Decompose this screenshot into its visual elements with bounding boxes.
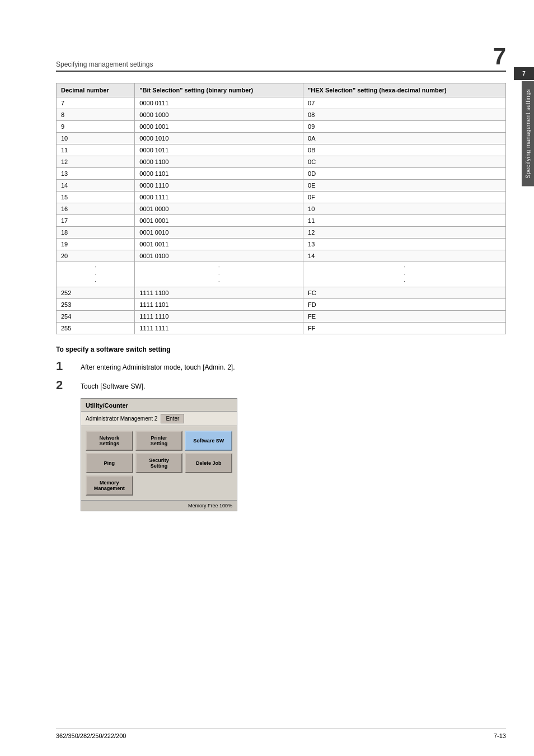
ui-footer-bar: Memory Free 100% xyxy=(81,500,237,511)
table-row: 170001 000111 xyxy=(57,215,506,227)
table-cell: 11 xyxy=(57,144,135,156)
table-cell: 13 xyxy=(303,239,506,250)
ui-button-0[interactable]: Network Settings xyxy=(86,431,133,451)
table-cell: 16 xyxy=(57,203,135,215)
table-cell: FE xyxy=(303,310,506,322)
col-header-hex: "HEX Selection" setting (hexa-decimal nu… xyxy=(303,83,506,97)
table-row: 200001 010014 xyxy=(57,250,506,262)
table-cell: 0001 0011 xyxy=(135,239,303,250)
table-cell: 15 xyxy=(57,192,135,203)
table-cell: 252 xyxy=(57,287,135,298)
ui-button-1[interactable]: Printer Setting xyxy=(135,431,183,451)
ui-button-6[interactable]: Memory Management xyxy=(86,475,133,496)
table-cell: 0000 1111 xyxy=(135,192,303,203)
table-row: 70000 011107 xyxy=(57,97,506,109)
table-cell: 8 xyxy=(57,109,135,121)
table-cell: 14 xyxy=(57,180,135,192)
table-cell: 255 xyxy=(57,322,135,334)
chapter-number: 7 xyxy=(522,71,526,77)
ui-button-5[interactable]: Delete Job xyxy=(185,453,232,473)
table-row: 140000 11100E xyxy=(57,180,506,192)
table-cell: 0D xyxy=(303,168,506,180)
table-cell: 0001 0100 xyxy=(135,250,303,262)
table-cell: 1111 1111 xyxy=(135,322,303,334)
table-cell: 11 xyxy=(303,215,506,227)
table-cell: 1111 1101 xyxy=(135,298,303,310)
table-cell: 10 xyxy=(57,133,135,144)
table-cell: 0001 0000 xyxy=(135,203,303,215)
table-row: 100000 10100A xyxy=(57,133,506,144)
step-1-text: After entering Administrator mode, touch… xyxy=(81,360,235,372)
step-2-text: Touch [Software SW]. xyxy=(81,379,145,391)
table-cell: 08 xyxy=(303,109,506,121)
table-cell: 07 xyxy=(303,97,506,109)
main-content: Specifying management settings 7 Decimal… xyxy=(56,0,506,511)
table-cell: 12 xyxy=(57,156,135,168)
table-row: 110000 10110B xyxy=(57,144,506,156)
data-table: Decimal number "Bit Selection" setting (… xyxy=(56,83,506,334)
table-cell: 253 xyxy=(57,298,135,310)
page-footer: 362/350/282/250/222/200 7-13 xyxy=(56,729,506,739)
step-2: 2 Touch [Software SW]. xyxy=(56,379,506,391)
table-row: 120000 11000C xyxy=(57,156,506,168)
table-cell: 1111 1100 xyxy=(135,287,303,298)
ui-enter-button[interactable]: Enter xyxy=(161,414,184,423)
table-cell: FD xyxy=(303,298,506,310)
ui-breadcrumb-text: Administrator Management 2 xyxy=(86,416,157,422)
table-cell: 0000 1110 xyxy=(135,180,303,192)
ui-button-3[interactable]: Ping xyxy=(86,453,133,473)
table-cell: 254 xyxy=(57,310,135,322)
table-cell: 0000 1001 xyxy=(135,121,303,133)
table-cell: 0E xyxy=(303,180,506,192)
ui-breadcrumb-bar: Administrator Management 2 Enter xyxy=(81,412,237,426)
ui-title-text: Utility/Counter xyxy=(86,402,128,409)
table-cell: 12 xyxy=(303,227,506,239)
table-cell: 1111 1110 xyxy=(135,310,303,322)
page-header-title: Specifying management settings xyxy=(56,60,153,68)
side-tab-label: Specifying management settings xyxy=(522,81,534,186)
table-cell: FF xyxy=(303,322,506,334)
ui-buttons-grid: Network SettingsPrinter SettingSoftware … xyxy=(81,426,237,500)
table-cell: 0001 0010 xyxy=(135,227,303,239)
table-cell: FC xyxy=(303,287,506,298)
table-cell: 0A xyxy=(303,133,506,144)
table-row: 180001 001012 xyxy=(57,227,506,239)
table-row: 150000 11110F xyxy=(57,192,506,203)
footer-model-numbers: 362/350/282/250/222/200 xyxy=(56,732,126,739)
table-cell: 20 xyxy=(57,250,135,262)
table-cell: 10 xyxy=(303,203,506,215)
table-cell: 0B xyxy=(303,144,506,156)
table-row: 2531111 1101FD xyxy=(57,298,506,310)
ui-title-bar: Utility/Counter xyxy=(81,399,237,412)
table-cell: 19 xyxy=(57,239,135,250)
col-header-decimal: Decimal number xyxy=(57,83,135,97)
table-row: 90000 100109 xyxy=(57,121,506,133)
table-dots-cell: ··· xyxy=(57,262,135,287)
table-cell: 0F xyxy=(303,192,506,203)
step-1-number: 1 xyxy=(56,360,76,372)
table-cell: 9 xyxy=(57,121,135,133)
table-row: 2521111 1100FC xyxy=(57,287,506,298)
table-row: 80000 100008 xyxy=(57,109,506,121)
instructions-section: To specify a software switch setting 1 A… xyxy=(56,346,506,511)
step-2-number: 2 xyxy=(56,379,76,391)
table-cell: 0001 0001 xyxy=(135,215,303,227)
ui-screenshot: Utility/Counter Administrator Management… xyxy=(81,398,237,511)
table-row: 2551111 1111FF xyxy=(57,322,506,334)
table-row: 160001 000010 xyxy=(57,203,506,215)
table-row: 190001 001113 xyxy=(57,239,506,250)
table-dots-cell: ··· xyxy=(303,262,506,287)
ui-button-2[interactable]: Software SW xyxy=(185,431,232,451)
side-tab: 7 Specifying management settings xyxy=(514,67,534,186)
table-cell: 0000 0111 xyxy=(135,97,303,109)
ui-footer-text: Memory Free 100% xyxy=(188,503,232,508)
step-1: 1 After entering Administrator mode, tou… xyxy=(56,360,506,372)
table-row: ········· xyxy=(57,262,506,287)
table-cell: 09 xyxy=(303,121,506,133)
footer-page-number: 7-13 xyxy=(494,732,506,739)
table-cell: 18 xyxy=(57,227,135,239)
table-cell: 0000 1100 xyxy=(135,156,303,168)
table-cell: 0000 1101 xyxy=(135,168,303,180)
ui-button-4[interactable]: Security Setting xyxy=(135,453,183,473)
table-cell: 17 xyxy=(57,215,135,227)
